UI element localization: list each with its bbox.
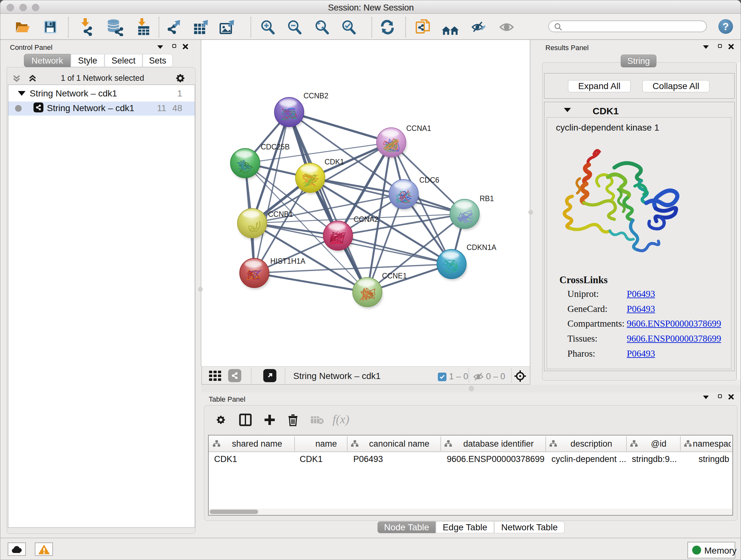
svg-text:CDKN1A: CDKN1A <box>467 243 496 252</box>
svg-text:HIST1H1A: HIST1H1A <box>270 257 306 265</box>
svg-text:CCNB2: CCNB2 <box>304 91 328 100</box>
svg-text:CCNE1: CCNE1 <box>382 272 407 280</box>
svg-text:CCNA1: CCNA1 <box>406 124 431 132</box>
svg-text:CDC6: CDC6 <box>419 176 440 184</box>
svg-text:CCNB1: CCNB1 <box>268 210 293 219</box>
svg-text:CCNA2: CCNA2 <box>354 215 379 224</box>
svg-text:CDC25B: CDC25B <box>261 143 290 151</box>
svg-text:RB1: RB1 <box>480 194 494 203</box>
svg-text:CDK1: CDK1 <box>325 158 344 166</box>
